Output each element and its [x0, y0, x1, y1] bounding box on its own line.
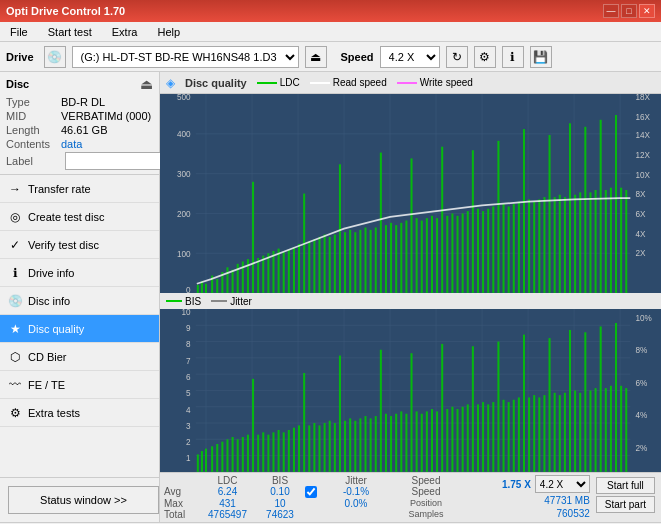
status-window-button[interactable]: Status window >>	[8, 486, 159, 514]
svg-rect-55	[318, 237, 320, 293]
window-title: Opti Drive Control 1.70	[6, 5, 125, 17]
svg-text:2%: 2%	[635, 443, 647, 454]
menu-starttest[interactable]: Start test	[42, 24, 98, 40]
menu-extra[interactable]: Extra	[106, 24, 144, 40]
svg-rect-79	[441, 147, 443, 293]
legend-ldc-label: LDC	[280, 77, 300, 88]
max-empty	[305, 498, 321, 509]
svg-rect-195	[359, 418, 361, 472]
svg-rect-73	[411, 158, 413, 293]
svg-rect-96	[528, 199, 530, 293]
svg-rect-97	[533, 202, 535, 293]
svg-text:12X: 12X	[635, 150, 650, 161]
svg-rect-244	[610, 386, 612, 472]
svg-rect-222	[497, 342, 499, 472]
info-button[interactable]: ℹ	[502, 46, 524, 68]
bottom-chart: 10 9 8 7 6 5 4 3 2 1 10% 8% 6% 4% 2%	[160, 309, 661, 472]
settings-button[interactable]: ⚙	[474, 46, 496, 68]
disc-info-icon: 💿	[8, 294, 22, 308]
disc-quality-icon: ★	[8, 322, 22, 336]
svg-rect-203	[400, 411, 402, 472]
legend-readspeed-color	[310, 82, 330, 84]
svg-rect-228	[528, 398, 530, 472]
svg-rect-232	[549, 338, 551, 472]
svg-rect-115	[625, 190, 627, 293]
svg-text:200: 200	[177, 208, 191, 219]
menu-bar: File Start test Extra Help	[0, 22, 661, 42]
svg-text:18X: 18X	[635, 94, 650, 102]
svg-rect-105	[574, 195, 576, 293]
window-controls[interactable]: — □ ✕	[603, 4, 655, 18]
svg-text:4%: 4%	[635, 410, 647, 421]
svg-rect-166	[211, 446, 213, 472]
svg-text:9: 9	[186, 323, 191, 334]
nav-extra-tests[interactable]: ⚙ Extra tests	[0, 399, 159, 427]
menu-file[interactable]: File	[4, 24, 34, 40]
start-buttons: Start full Start part	[594, 475, 657, 520]
jitter-checkbox[interactable]	[305, 486, 317, 498]
speed-dropdown-stat[interactable]: 4.2 X	[535, 475, 590, 493]
eject-button[interactable]: ⏏	[305, 46, 327, 68]
svg-rect-61	[349, 230, 351, 293]
svg-rect-214	[457, 409, 459, 472]
disc-eject-icon[interactable]: ⏏	[140, 76, 153, 92]
disc-length-label: Length	[6, 124, 61, 136]
nav-verify-test-disc-label: Verify test disc	[28, 239, 99, 251]
close-button[interactable]: ✕	[639, 4, 655, 18]
nav-transfer-rate[interactable]: → Transfer rate	[0, 175, 159, 203]
svg-text:5: 5	[186, 388, 191, 399]
svg-text:6%: 6%	[635, 377, 647, 388]
disc-mid-value: VERBATIMd (000)	[61, 110, 151, 122]
nav-create-test-disc[interactable]: ◎ Create test disc	[0, 203, 159, 231]
svg-rect-199	[380, 350, 382, 472]
svg-rect-112	[610, 188, 612, 293]
speed-value-stat: 1.75 X	[502, 479, 531, 490]
nav-disc-quality[interactable]: ★ Disc quality	[0, 315, 159, 343]
svg-rect-201	[390, 416, 392, 472]
refresh-button[interactable]: ↻	[446, 46, 468, 68]
save-button[interactable]: 💾	[530, 46, 552, 68]
total-bis: 74623	[255, 509, 305, 520]
svg-rect-218	[477, 405, 479, 472]
start-part-button[interactable]: Start part	[596, 496, 655, 513]
speed-label: Speed	[341, 51, 374, 63]
svg-text:16X: 16X	[635, 111, 650, 122]
svg-rect-216	[467, 405, 469, 472]
svg-rect-104	[569, 123, 571, 293]
menu-help[interactable]: Help	[151, 24, 186, 40]
svg-rect-31	[197, 285, 199, 293]
nav-verify-test-disc[interactable]: ✓ Verify test disc	[0, 231, 159, 259]
maximize-button[interactable]: □	[621, 4, 637, 18]
svg-rect-236	[569, 330, 571, 472]
svg-rect-192	[344, 421, 346, 472]
svg-text:6X: 6X	[635, 208, 645, 219]
svg-rect-211	[441, 344, 443, 472]
legend-readspeed: Read speed	[310, 77, 387, 88]
max-ldc: 431	[200, 498, 255, 509]
minimize-button[interactable]: —	[603, 4, 619, 18]
col-check	[305, 475, 321, 486]
svg-text:8: 8	[186, 339, 191, 350]
svg-text:10: 10	[182, 309, 191, 317]
svg-rect-53	[308, 242, 310, 294]
speed-select[interactable]: 4.2 X	[380, 46, 440, 68]
svg-rect-90	[497, 141, 499, 293]
start-full-button[interactable]: Start full	[596, 477, 655, 494]
nav-drive-info[interactable]: ℹ Drive info	[0, 259, 159, 287]
svg-rect-229	[533, 395, 535, 472]
total-label: Total	[164, 509, 200, 520]
svg-rect-164	[201, 451, 203, 472]
legend-ldc-color	[257, 82, 277, 84]
avg-bis: 0.10	[255, 486, 305, 498]
verify-test-disc-icon: ✓	[8, 238, 22, 252]
svg-rect-107	[584, 127, 586, 293]
legend-writespeed: Write speed	[397, 77, 473, 88]
svg-rect-231	[543, 395, 545, 472]
max-label: Max	[164, 498, 200, 509]
nav-fe-te[interactable]: 〰 FE / TE	[0, 371, 159, 399]
nav-cd-bier[interactable]: ⬡ CD Bier	[0, 343, 159, 371]
drive-select[interactable]: (G:) HL-DT-ST BD-RE WH16NS48 1.D3	[72, 46, 299, 68]
svg-rect-66	[375, 228, 377, 294]
nav-disc-info[interactable]: 💿 Disc info	[0, 287, 159, 315]
svg-rect-171	[237, 439, 239, 472]
